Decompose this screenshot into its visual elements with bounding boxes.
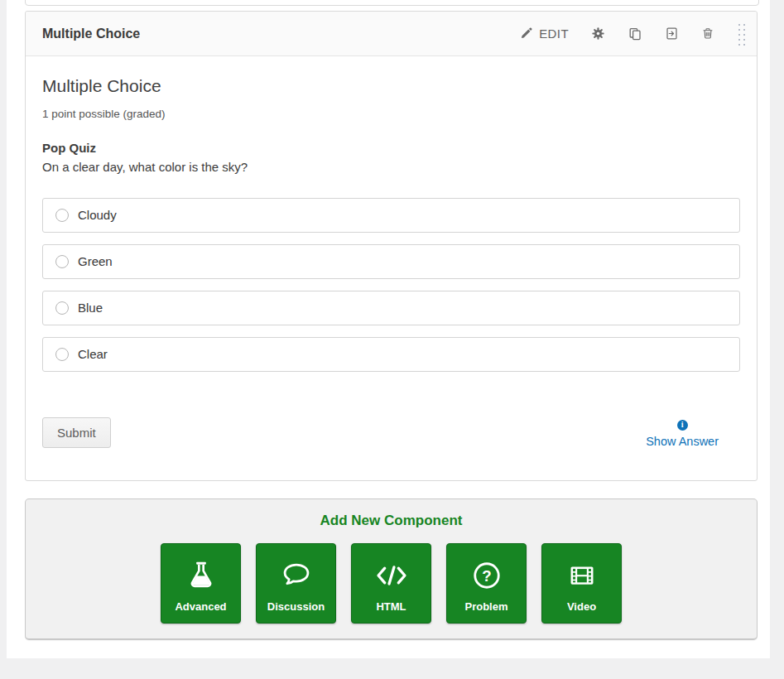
radio-button-icon[interactable]: [55, 255, 69, 268]
show-answer-label: Show Answer: [646, 435, 719, 448]
component-actions: EDIT: [521, 22, 746, 46]
add-html-button[interactable]: HTML: [351, 543, 431, 624]
problem-heading: Multiple Choice: [42, 76, 740, 96]
choice-label: Blue: [78, 301, 103, 315]
add-button-label: Video: [567, 600, 596, 613]
pencil-icon: [521, 26, 533, 41]
add-advanced-button[interactable]: Advanced: [161, 543, 241, 624]
add-button-label: Discussion: [267, 600, 325, 613]
points-possible-text: 1 point possible (graded): [42, 108, 740, 120]
problem-action-row: Submit i Show Answer: [42, 417, 740, 448]
choice-label: Green: [78, 254, 113, 268]
move-button[interactable]: [665, 26, 679, 41]
radio-button-icon[interactable]: [55, 301, 69, 315]
add-component-title: Add New Component: [26, 513, 757, 529]
problem-prompt-label: Pop Quiz: [42, 141, 740, 155]
move-icon: [665, 26, 679, 41]
page-content: Multiple Choice EDIT: [7, 0, 770, 658]
choice-option[interactable]: Cloudy: [42, 198, 740, 233]
edit-button-label: EDIT: [539, 26, 569, 41]
flask-icon: [185, 556, 218, 595]
add-button-label: Problem: [464, 600, 507, 613]
radio-button-icon[interactable]: [55, 348, 69, 361]
problem-body: Multiple Choice 1 point possible (graded…: [26, 56, 757, 448]
choice-label: Clear: [78, 347, 108, 361]
question-circle-icon: ?: [472, 556, 502, 595]
film-icon: [567, 556, 597, 595]
delete-button[interactable]: [701, 26, 714, 41]
show-answer-button[interactable]: i Show Answer: [646, 420, 719, 448]
choice-option[interactable]: Blue: [42, 291, 740, 325]
code-icon: [374, 556, 409, 595]
component-title: Multiple Choice: [42, 26, 140, 41]
drag-handle-icon[interactable]: [737, 22, 746, 46]
add-button-label: Advanced: [175, 600, 226, 613]
trash-icon: [701, 26, 714, 41]
settings-button[interactable]: [591, 26, 605, 41]
comment-icon: [281, 556, 312, 595]
choice-option[interactable]: Green: [42, 244, 740, 279]
add-button-label: HTML: [376, 600, 406, 613]
duplicate-button[interactable]: [628, 26, 642, 41]
component-header: Multiple Choice EDIT: [26, 12, 757, 56]
component-card: Multiple Choice EDIT: [25, 11, 758, 481]
info-circle-icon: i: [677, 420, 688, 431]
choice-group: Cloudy Green Blue Clear: [42, 198, 740, 372]
choice-option[interactable]: Clear: [42, 337, 740, 372]
submit-button[interactable]: Submit: [42, 417, 111, 448]
add-discussion-button[interactable]: Discussion: [256, 543, 336, 624]
add-component-panel: Add New Component Advanced Discussion HT…: [25, 498, 758, 640]
add-component-buttons: Advanced Discussion HTML ? Problem: [26, 543, 757, 624]
edit-button[interactable]: EDIT: [521, 26, 569, 41]
svg-text:?: ?: [482, 567, 491, 585]
add-problem-button[interactable]: ? Problem: [446, 543, 527, 624]
radio-button-icon[interactable]: [55, 209, 69, 222]
gear-icon: [591, 26, 605, 41]
choice-label: Cloudy: [78, 208, 117, 222]
problem-question: On a clear day, what color is the sky?: [42, 158, 740, 176]
previous-component-card-edge: [25, 0, 759, 6]
duplicate-icon: [628, 26, 642, 41]
add-video-button[interactable]: Video: [541, 543, 622, 624]
